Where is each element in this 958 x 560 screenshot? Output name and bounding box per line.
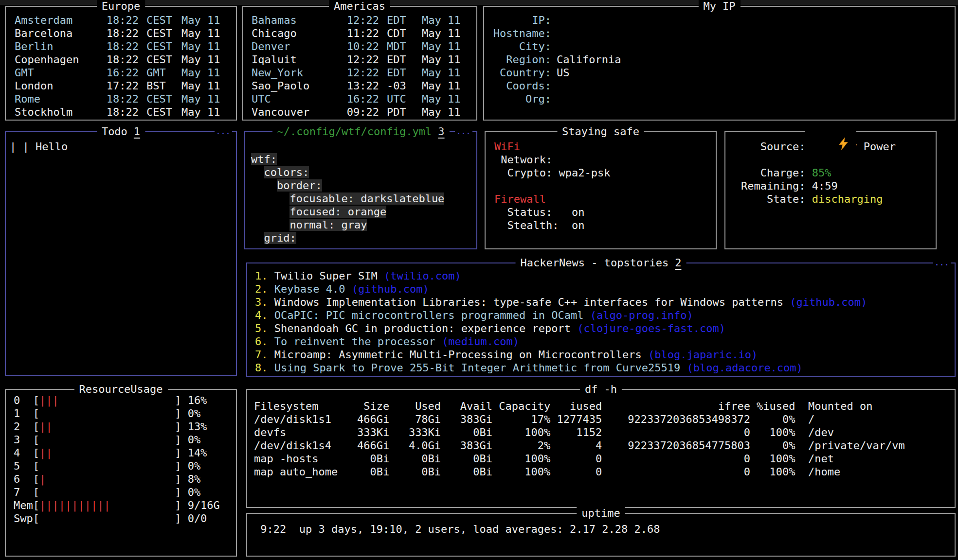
df-row: /dev/disk1s4 466Gi 4.0Gi 383Gi 2% 4 9223… <box>254 439 955 452</box>
clock-timezone: PDT <box>387 105 416 119</box>
config-line: normal: gray <box>251 218 476 231</box>
hackernews-item-title[interactable]: Windows Implementation Libraries: type-s… <box>274 296 783 308</box>
resource-usage-row: 4 [|| ] 14% <box>14 446 236 459</box>
config-line-text: grid: <box>264 232 296 244</box>
ip-field-row: Hostname: <box>493 27 955 40</box>
panel-hackernews-title: HackerNews - topstories2 <box>516 256 687 269</box>
clock-date: May 11 <box>181 66 223 79</box>
clock-date: May 11 <box>422 105 464 119</box>
config-line-text: normal: gray <box>289 219 367 231</box>
meter-bars <box>39 512 175 525</box>
overflow-dots-icon: ... <box>215 129 232 135</box>
hackernews-item-rank: 2. <box>255 282 268 296</box>
hackernews-item-rank: 6. <box>255 335 268 348</box>
resource-usage-row: 0 [||| ] 16% <box>14 394 236 407</box>
panel-hackernews[interactable]: HackerNews - topstories2 ... 1. Twilio S… <box>246 262 956 377</box>
clock-date: May 11 <box>181 27 223 40</box>
hackernews-item-domain[interactable]: (twilio.com) <box>384 270 461 282</box>
clock-row: Rome18:22CESTMay 11 <box>15 92 223 105</box>
meter-open: 7 [ <box>14 486 39 498</box>
ip-field-row: Region:California <box>493 53 955 66</box>
hackernews-item[interactable]: 1. Twilio Super SIM (twilio.com) <box>255 269 955 282</box>
hackernews-item[interactable]: 6. To reinvent the processor (medium.com… <box>255 335 955 348</box>
todo-list: | | Hello <box>6 132 236 375</box>
resource-usage-row: 2 [|| ] 13% <box>14 420 236 433</box>
hackernews-item-title[interactable]: Twilio Super SIM <box>274 270 378 282</box>
hackernews-item-title[interactable]: Shenandoah GC in production: experience … <box>274 322 571 334</box>
panel-americas-title: Americas <box>329 0 390 13</box>
ip-field-value: US <box>557 66 570 79</box>
clock-date: May 11 <box>422 66 464 79</box>
panel-title-text: HackerNews - topstories <box>521 257 669 269</box>
hackernews-item-domain[interactable]: (blog.japaric.io) <box>648 349 758 361</box>
hackernews-item[interactable]: 5. Shenandoah GC in production: experien… <box>255 322 955 335</box>
resource-usage-row: Swp[ ] 0/0 <box>14 512 236 525</box>
hackernews-item[interactable]: 2. Keybase 4.0 (github.com) <box>255 282 955 296</box>
clock-time: 18:22 <box>104 14 139 27</box>
panel-my-ip-title: My IP <box>698 0 740 13</box>
clock-city: GMT <box>15 66 104 79</box>
clock-row: Amsterdam18:22CESTMay 11 <box>15 14 223 27</box>
status-line <box>494 179 716 192</box>
ip-field-row: IP: <box>493 14 955 27</box>
config-file-contents: wtf: colors: border: focusable: darkslat… <box>245 132 476 248</box>
meter-open: 4 [ <box>14 447 39 459</box>
meter-bars <box>39 486 175 498</box>
hackernews-item-domain[interactable]: (algo-prog.info) <box>590 309 693 321</box>
config-line-text: focusable: darkslateblue <box>289 192 444 205</box>
clock-city: New_York <box>252 66 344 79</box>
hackernews-item-domain[interactable]: (clojure-goes-fast.com) <box>577 322 725 334</box>
df-row: devfs 333Ki 333Ki 0Bi 100% 1152 0 100% /… <box>254 426 955 439</box>
hackernews-item-title[interactable]: Microamp: Asymmetric Multi-Processing on… <box>274 349 642 361</box>
hackernews-item-title[interactable]: Keybase 4.0 <box>274 283 345 295</box>
resource-usage-row: 6 [| ] 8% <box>14 472 236 486</box>
meter-value: ] 16% <box>175 394 207 406</box>
clock-time: 18:22 <box>104 27 139 40</box>
clock-city: Berlin <box>15 40 104 53</box>
hackernews-item-domain[interactable]: (github.com) <box>352 283 429 295</box>
ip-field-label: Region: <box>493 53 551 66</box>
panel-battery-title <box>805 124 856 164</box>
panel-title-text: My IP <box>703 0 735 12</box>
meter-bars <box>39 434 175 446</box>
hackernews-item-rank: 8. <box>255 361 268 374</box>
clock-timezone: CDT <box>387 27 416 40</box>
hackernews-item-title[interactable]: OCaPIC: PIC microcontrollers programmed … <box>274 309 584 321</box>
hackernews-item-domain[interactable]: (medium.com) <box>442 335 519 348</box>
clock-date: May 11 <box>422 92 464 105</box>
clock-time: 09:22 <box>344 105 379 119</box>
hackernews-item-title[interactable]: To reinvent the processor <box>274 335 435 348</box>
hackernews-item[interactable]: 4. OCaPIC: PIC microcontrollers programm… <box>255 309 955 322</box>
meter-value: ] 13% <box>175 420 207 433</box>
battery-line-value: 85% <box>805 167 831 179</box>
config-line: focusable: darkslateblue <box>251 192 476 205</box>
clock-city: Amsterdam <box>15 14 104 27</box>
hackernews-item[interactable]: 7. Microamp: Asymmetric Multi-Processing… <box>255 348 955 361</box>
panel-battery: Source: Battery Power Charge: 85%Remaini… <box>724 131 937 249</box>
hackernews-item-domain[interactable]: (github.com) <box>790 296 867 308</box>
panel-title-text: uptime <box>581 507 620 519</box>
df-data-rows: /dev/disk1s1 466Gi 78Gi 383Gi 17% 127743… <box>254 413 955 478</box>
panel-todo[interactable]: Todo1 ... | | Hello <box>5 131 237 376</box>
clock-date: May 11 <box>422 14 464 27</box>
panel-hotkey-index: 1 <box>134 125 140 138</box>
hackernews-item[interactable]: 3. Windows Implementation Libraries: typ… <box>255 296 955 309</box>
clock-timezone: CEST <box>146 40 176 53</box>
resource-usage-row: 1 [ ] 0% <box>14 407 236 420</box>
hackernews-item-domain[interactable]: (blog.adacore.com) <box>687 362 802 374</box>
ip-field-label: Country: <box>493 66 551 79</box>
panel-title-text: Todo <box>102 125 127 138</box>
clock-city: London <box>15 79 104 92</box>
meter-open: Swp[ <box>14 512 39 525</box>
hackernews-item[interactable]: 8. Using Spark to Prove 255-Bit Integer … <box>255 361 955 374</box>
df-table: Filesystem Size Used Avail Capacity iuse… <box>247 390 955 507</box>
todo-item[interactable]: | | Hello <box>10 140 236 153</box>
panel-title-text: Americas <box>334 0 385 12</box>
hackernews-item-title[interactable]: Using Spark to Prove 255-Bit Integer Ari… <box>274 362 680 374</box>
clock-time: 12:22 <box>344 14 379 27</box>
clock-date: May 11 <box>422 53 464 66</box>
panel-config-file[interactable]: ~/.config/wtf/config.yml3 ... wtf: color… <box>244 131 477 249</box>
clock-date: May 11 <box>181 92 223 105</box>
clock-timezone: CEST <box>146 105 176 119</box>
clock-date: May 11 <box>181 79 223 92</box>
